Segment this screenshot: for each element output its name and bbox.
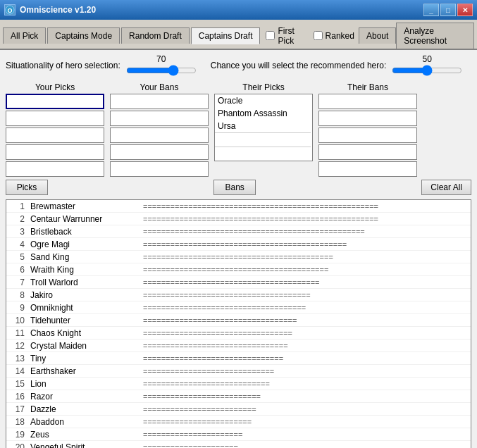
hero-number: 12 [9, 341, 25, 351]
their-pick-ursa: Ursa [215, 120, 312, 132]
hero-row[interactable]: 9 Omniknight ===========================… [6, 301, 471, 314]
hero-name: Wraith King [30, 265, 143, 275]
hero-number: 11 [9, 328, 25, 338]
hero-name: Troll Warlord [30, 278, 143, 287]
tab-captains-mode[interactable]: Captains Mode [47, 27, 120, 44]
their-ban-1[interactable] [318, 94, 417, 109]
tab-analyze-screenshot[interactable]: Analyze Screenshot [396, 23, 474, 49]
hero-name: Sand King [30, 252, 143, 262]
sliders-row: Situationality of hero selection: 70 Cha… [6, 54, 471, 77]
first-pick-checkbox[interactable] [266, 31, 275, 40]
tab-about[interactable]: About [359, 27, 396, 44]
hero-number: 13 [9, 354, 25, 363]
hero-row[interactable]: 4 Ogre Magi ============================… [6, 238, 471, 251]
hero-name: Abaddon [30, 417, 143, 427]
hero-bar: ========================================… [143, 253, 333, 261]
hero-row[interactable]: 13 Tiny =============================== [6, 352, 471, 365]
hero-row[interactable]: 6 Wraith King ==========================… [6, 263, 471, 276]
hero-row[interactable]: 7 Troll Warlord ========================… [6, 276, 471, 289]
hero-list[interactable]: 1 Brewmaster ===========================… [6, 199, 471, 448]
their-picks-list: Oracle Phantom Assassin Ursa [214, 94, 313, 161]
hero-row[interactable]: 17 Dazzle ========================= [6, 403, 471, 416]
action-buttons-row: Picks Bans Clear All [6, 180, 471, 195]
hero-row[interactable]: 2 Centaur Warrunner ====================… [6, 213, 471, 225]
hero-bar: ===================================== [143, 291, 311, 299]
your-pick-5[interactable] [6, 161, 104, 177]
ranked-checkbox[interactable] [314, 31, 323, 40]
picks-button[interactable]: Picks [6, 180, 48, 195]
app-title: Omniscience v1.20 [20, 5, 96, 15]
hero-row[interactable]: 15 Lion ============================ [6, 378, 471, 390]
hero-row[interactable]: 18 Abaddon ======================== [6, 416, 471, 428]
your-ban-1[interactable] [110, 94, 209, 109]
chance-slider[interactable] [392, 64, 462, 77]
your-ban-4[interactable] [110, 144, 209, 160]
hero-row[interactable]: 10 Tidehunter ==========================… [6, 314, 471, 327]
hero-bar: ==================================== [143, 304, 306, 312]
situationality-value: 70 [156, 54, 166, 64]
maximize-button[interactable]: □ [440, 4, 456, 16]
hero-row[interactable]: 3 Bristleback ==========================… [6, 225, 471, 238]
hero-bar: ========================================… [143, 266, 328, 274]
your-ban-2[interactable] [110, 111, 209, 126]
tab-random-draft[interactable]: Random Draft [121, 27, 190, 44]
their-pick-phantom: Phantom Assassin [215, 107, 312, 120]
hero-number: 15 [9, 379, 25, 389]
picks-bans-section: Your Picks Your Bans Their Picks Oracle … [6, 82, 471, 177]
your-pick-1[interactable] [6, 94, 104, 109]
hero-number: 18 [9, 417, 25, 427]
close-button[interactable]: ✕ [457, 4, 473, 16]
app-icon: O [4, 4, 16, 15]
hero-row[interactable]: 16 Razor ========================== [6, 390, 471, 403]
svg-text:O: O [7, 7, 12, 14]
tab-all-pick[interactable]: All Pick [3, 27, 46, 44]
hero-name: Bristleback [30, 227, 143, 237]
clear-all-button[interactable]: Clear All [421, 180, 471, 195]
ranked-group: Ranked [314, 31, 354, 41]
hero-name: Crystal Maiden [30, 341, 143, 351]
your-bans-column: Your Bans [110, 82, 209, 177]
hero-name: Chaos Knight [30, 328, 143, 338]
your-ban-3[interactable] [110, 127, 209, 143]
tab-captains-draft[interactable]: Captains Draft [191, 27, 261, 44]
your-pick-2[interactable] [6, 111, 104, 126]
their-ban-3[interactable] [318, 127, 417, 143]
hero-bar: ============================ [143, 380, 270, 388]
first-pick-label: First Pick [278, 26, 304, 46]
their-ban-2[interactable] [318, 111, 417, 126]
hero-row[interactable]: 11 Chaos Knight ========================… [6, 327, 471, 340]
their-ban-5[interactable] [318, 161, 417, 177]
tabs-bar: All Pick Captains Mode Random Draft Capt… [0, 20, 477, 50]
situationality-slider[interactable] [126, 64, 197, 77]
hero-name: Dazzle [30, 404, 143, 414]
hero-number: 17 [9, 404, 25, 414]
their-pick-input-4[interactable] [215, 132, 311, 147]
hero-row[interactable]: 1 Brewmaster ===========================… [6, 200, 471, 213]
hero-row[interactable]: 12 Crystal Maiden ======================… [6, 340, 471, 352]
their-pick-input-5[interactable] [215, 147, 311, 161]
hero-row[interactable]: 20 Vengeful Spirit ===================== [6, 441, 471, 448]
hero-name: Centaur Warrunner [30, 214, 143, 224]
their-ban-4[interactable] [318, 144, 417, 160]
your-picks-column: Your Picks [6, 82, 104, 177]
hero-name: Ogre Magi [30, 239, 143, 249]
hero-bar: ========================================… [143, 215, 378, 223]
minimize-button[interactable]: _ [423, 4, 439, 16]
your-ban-5[interactable] [110, 161, 209, 177]
hero-bar: ============================= [143, 367, 274, 375]
hero-bar: ========================================… [143, 240, 347, 249]
hero-row[interactable]: 5 Sand King ============================… [6, 251, 471, 263]
your-pick-4[interactable] [6, 144, 104, 160]
your-pick-3[interactable] [6, 127, 104, 143]
hero-row[interactable]: 19 Zeus ====================== [6, 428, 471, 441]
hero-name: Tiny [30, 354, 143, 363]
title-bar-left: O Omniscience v1.20 [4, 4, 96, 15]
hero-row[interactable]: 14 Earthshaker =========================… [6, 365, 471, 378]
hero-number: 9 [9, 303, 25, 313]
hero-bar: ======================================= [143, 278, 320, 287]
hero-row[interactable]: 8 Jakiro ===============================… [6, 289, 471, 301]
hero-bar: ========================================… [143, 202, 378, 211]
ranked-label: Ranked [326, 31, 354, 41]
bans-button[interactable]: Bans [213, 180, 256, 195]
hero-number: 20 [9, 442, 25, 449]
